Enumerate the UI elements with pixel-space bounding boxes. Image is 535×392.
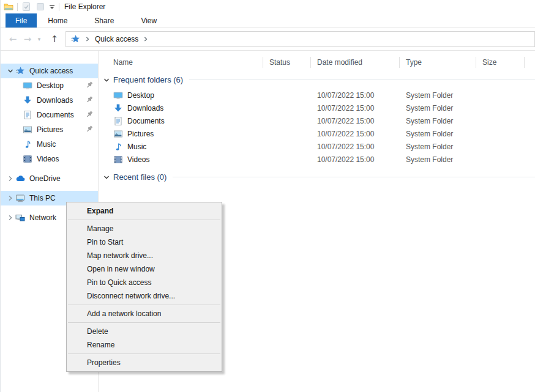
sidebar-item-videos[interactable]: Videos	[1, 152, 98, 166]
sidebar-item-onedrive[interactable]: OneDrive	[1, 171, 98, 186]
breadcrumb-chevron-icon[interactable]	[84, 36, 91, 42]
music-icon	[113, 142, 123, 152]
sidebar-item-quick-access[interactable]: Quick access	[1, 64, 98, 78]
breadcrumb-chevron-icon[interactable]	[143, 36, 149, 42]
forward-button[interactable]: →	[20, 35, 35, 44]
customize-quick-access-toolbar-icon[interactable]	[49, 4, 55, 10]
chevron-down-icon[interactable]	[103, 77, 110, 83]
file-date-modified: 10/07/2022 15:00	[311, 117, 400, 125]
group-header-frequent-folders[interactable]: Frequent folders (6)	[103, 75, 535, 84]
quick-access-star-icon	[70, 34, 80, 44]
sidebar-item-label: Downloads	[37, 96, 73, 105]
sidebar-item-label: Music	[37, 140, 56, 149]
menu-item-rename[interactable]: Rename	[67, 338, 222, 352]
sidebar-item-music[interactable]: Music	[1, 137, 98, 152]
sidebar-item-label: OneDrive	[29, 174, 61, 183]
menu-separator	[68, 220, 220, 220]
group-header-rule	[173, 177, 535, 177]
videos-icon	[113, 155, 123, 165]
sidebar-item-desktop[interactable]: Desktop	[1, 78, 98, 93]
menu-item-manage[interactable]: Manage	[67, 222, 222, 235]
chevron-down-icon[interactable]	[7, 68, 13, 74]
file-row-documents[interactable]: Documents 10/07/2022 15:00 System Folder	[99, 114, 535, 127]
column-header-date-modified[interactable]: Date modified	[311, 57, 400, 68]
chevron-down-icon[interactable]	[103, 174, 110, 180]
menu-item-pin-to-start[interactable]: Pin to Start	[67, 235, 222, 249]
pictures-icon	[23, 125, 32, 135]
file-type: System Folder	[400, 117, 476, 125]
up-button[interactable]: ↑	[47, 35, 62, 44]
file-name: Desktop	[127, 91, 154, 100]
this-pc-icon	[15, 193, 25, 203]
column-header-name[interactable]: Name	[99, 57, 263, 68]
quick-access-star-icon	[15, 66, 25, 76]
pin-icon	[85, 125, 94, 133]
tab-share[interactable]: Share	[84, 13, 124, 28]
sidebar-item-documents[interactable]: Documents	[1, 108, 98, 122]
menu-item-expand[interactable]: Expand	[67, 204, 222, 218]
title-bar: File Explorer	[1, 0, 535, 13]
network-icon	[15, 213, 25, 223]
group-header-recent-files[interactable]: Recent files (0)	[103, 172, 535, 182]
sidebar-item-pictures[interactable]: Pictures	[1, 122, 98, 137]
file-name: Pictures	[127, 130, 154, 138]
menu-item-disconnect-network-drive[interactable]: Disconnect network drive...	[67, 289, 222, 303]
file-date-modified: 10/07/2022 15:00	[311, 104, 400, 113]
group-header-label: Frequent folders (6)	[113, 75, 183, 84]
file-type: System Folder	[400, 130, 476, 138]
qat-properties-button[interactable]	[21, 2, 31, 12]
menu-separator	[68, 305, 220, 305]
ribbon-tab-bar: File Home Share View	[1, 13, 535, 28]
file-row-downloads[interactable]: Downloads 10/07/2022 15:00 System Folder	[99, 102, 535, 114]
column-header-row: Name Status Date modified Type Size	[99, 54, 535, 70]
sidebar-item-label: Network	[29, 213, 56, 222]
menu-item-map-network-drive[interactable]: Map network drive...	[67, 249, 222, 262]
menu-item-properties[interactable]: Properties	[67, 356, 222, 369]
file-type: System Folder	[400, 142, 476, 151]
menu-item-add-a-network-location[interactable]: Add a network location	[67, 307, 222, 320]
file-row-desktop[interactable]: Desktop 10/07/2022 15:00 System Folder	[99, 89, 535, 102]
file-date-modified: 10/07/2022 15:00	[311, 142, 400, 151]
sidebar-item-label: Desktop	[37, 81, 64, 90]
chevron-right-icon[interactable]	[7, 215, 13, 221]
chevron-right-icon[interactable]	[7, 176, 13, 182]
qat-new-folder-button[interactable]	[36, 2, 45, 12]
music-icon	[23, 139, 32, 149]
onedrive-cloud-icon	[15, 174, 25, 183]
file-name: Videos	[127, 155, 149, 164]
downloads-icon	[23, 95, 32, 105]
file-name: Downloads	[127, 104, 163, 113]
group-header-label: Recent files (0)	[113, 172, 166, 182]
back-button[interactable]: ←	[6, 35, 20, 44]
file-row-videos[interactable]: Videos 10/07/2022 15:00 System Folder	[99, 153, 535, 166]
breadcrumb-location[interactable]: Quick access	[95, 35, 138, 43]
tab-view[interactable]: View	[131, 13, 166, 28]
file-row-music[interactable]: Music 10/07/2022 15:00 System Folder	[99, 140, 535, 153]
group-header-rule	[189, 80, 535, 80]
tab-file[interactable]: File	[6, 13, 37, 28]
pin-icon	[85, 81, 94, 89]
sidebar-item-downloads[interactable]: Downloads	[1, 93, 98, 108]
column-header-status[interactable]: Status	[263, 57, 311, 68]
menu-item-pin-to-quick-access[interactable]: Pin to Quick access	[67, 276, 222, 289]
chevron-right-icon[interactable]	[7, 195, 13, 201]
menu-item-delete[interactable]: Delete	[67, 325, 222, 338]
tab-home[interactable]: Home	[38, 13, 77, 28]
downloads-icon	[113, 103, 123, 113]
file-type: System Folder	[400, 104, 476, 113]
sidebar-item-label: Videos	[37, 155, 59, 163]
address-bar[interactable]: Quick access	[65, 31, 535, 47]
desktop-icon	[113, 91, 123, 100]
file-date-modified: 10/07/2022 15:00	[311, 130, 400, 138]
recent-locations-dropdown[interactable]: ▾	[35, 36, 43, 42]
menu-separator	[68, 353, 220, 354]
file-row-pictures[interactable]: Pictures 10/07/2022 15:00 System Folder	[99, 127, 535, 140]
titlebar-divider	[17, 3, 18, 11]
file-date-modified: 10/07/2022 15:00	[311, 155, 400, 164]
file-name: Music	[127, 142, 146, 151]
navigation-bar: ← → ▾ ↑ Quick access	[1, 28, 535, 51]
sidebar-item-label: Pictures	[37, 125, 63, 134]
column-header-type[interactable]: Type	[400, 57, 476, 68]
menu-item-open-in-new-window[interactable]: Open in new window	[67, 262, 222, 276]
column-header-size[interactable]: Size	[476, 57, 525, 68]
